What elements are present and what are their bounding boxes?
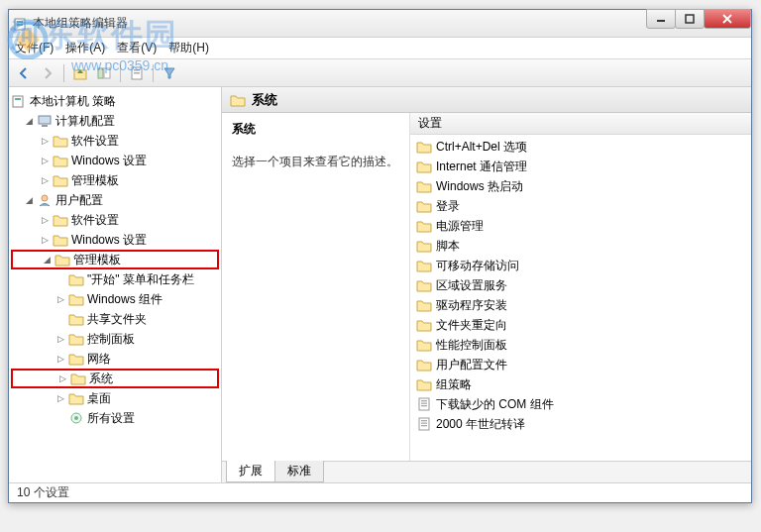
- list-item[interactable]: 组策略: [410, 374, 751, 394]
- menu-action[interactable]: 操作(A): [65, 40, 105, 56]
- column-header-setting[interactable]: 设置: [410, 113, 751, 135]
- tree-cc-software[interactable]: ▷ 软件设置: [11, 131, 219, 151]
- tab-standard[interactable]: 标准: [274, 461, 324, 482]
- svg-rect-20: [421, 400, 427, 401]
- list-item-label: 文件夹重定向: [436, 317, 507, 334]
- expand-icon[interactable]: ▷: [54, 333, 66, 345]
- tree-desktop[interactable]: ▷ 桌面: [11, 388, 219, 408]
- folder-icon: [68, 271, 84, 287]
- tree-system[interactable]: ▷ 系统: [11, 369, 219, 388]
- expand-icon[interactable]: ▷: [39, 234, 51, 246]
- expand-icon[interactable]: ▷: [39, 155, 51, 166]
- tree-label: 软件设置: [71, 212, 119, 229]
- tree-panel[interactable]: 本地计算机 策略 ◢ 计算机配置 ▷ 软件设置 ▷ Windows 设置 ▷ 管…: [9, 87, 222, 482]
- list-item[interactable]: Internet 通信管理: [410, 157, 751, 176]
- expand-icon[interactable]: ▷: [39, 214, 51, 226]
- settings-icon: [68, 410, 84, 426]
- expand-icon[interactable]: ▷: [54, 293, 66, 305]
- list-item[interactable]: 区域设置服务: [410, 275, 751, 295]
- list-item[interactable]: 可移动存储访问: [410, 256, 751, 275]
- list-item[interactable]: 2000 年世纪转译: [410, 414, 751, 434]
- list-item-label: 性能控制面板: [436, 337, 507, 354]
- tree-label: 计算机配置: [55, 113, 115, 130]
- folder-icon: [68, 311, 84, 327]
- list-item[interactable]: Ctrl+Alt+Del 选项: [410, 137, 751, 157]
- list-item[interactable]: 文件夹重定向: [410, 315, 751, 335]
- list-item-label: Windows 热启动: [436, 178, 523, 195]
- properties-button[interactable]: [126, 62, 148, 84]
- folder-icon: [416, 139, 432, 155]
- folder-icon: [416, 297, 432, 313]
- list-item[interactable]: 下载缺少的 COM 组件: [410, 394, 751, 414]
- list-item[interactable]: Windows 热启动: [410, 176, 751, 196]
- svg-rect-14: [39, 116, 51, 124]
- svg-rect-8: [104, 68, 110, 78]
- svg-rect-10: [134, 69, 140, 71]
- tree-uc-software[interactable]: ▷ 软件设置: [11, 210, 219, 230]
- svg-rect-3: [17, 24, 23, 26]
- show-hide-tree-button[interactable]: [93, 62, 115, 84]
- close-button[interactable]: [704, 9, 751, 29]
- tab-extended[interactable]: 扩展: [226, 461, 275, 482]
- toolbar-separator: [63, 64, 64, 82]
- maximize-button[interactable]: [675, 9, 705, 29]
- folder-icon: [416, 159, 432, 174]
- main-header-text: 系统: [252, 91, 277, 109]
- tree-cc-windows[interactable]: ▷ Windows 设置: [11, 151, 219, 170]
- tree-root[interactable]: 本地计算机 策略: [11, 91, 219, 111]
- filter-button[interactable]: [159, 62, 180, 84]
- tree-win-components[interactable]: ▷ Windows 组件: [11, 289, 219, 309]
- settings-list[interactable]: 设置 Ctrl+Alt+Del 选项Internet 通信管理Windows 热…: [410, 113, 751, 461]
- list-item[interactable]: 驱动程序安装: [410, 295, 751, 315]
- list-item[interactable]: 脚本: [410, 236, 751, 256]
- tree-start-taskbar[interactable]: "开始" 菜单和任务栏: [11, 269, 219, 289]
- list-item[interactable]: 登录: [410, 196, 751, 216]
- menu-view[interactable]: 查看(V): [117, 40, 157, 56]
- forward-button[interactable]: [37, 62, 58, 84]
- collapse-icon[interactable]: ◢: [41, 254, 53, 266]
- expand-icon[interactable]: ▷: [39, 135, 51, 147]
- titlebar[interactable]: 本地组策略编辑器: [9, 10, 751, 38]
- list-item-label: 电源管理: [436, 218, 484, 235]
- menubar: 文件(F) 操作(A) 查看(V) 帮助(H): [9, 38, 751, 59]
- svg-rect-13: [15, 98, 21, 100]
- back-button[interactable]: [13, 62, 35, 84]
- tree-label: 所有设置: [87, 410, 135, 427]
- minimize-button[interactable]: [646, 9, 676, 29]
- collapse-icon[interactable]: ◢: [23, 115, 35, 127]
- tree-uc-templates[interactable]: ◢ 管理模板: [11, 250, 219, 269]
- tree-user-config[interactable]: ◢ 用户配置: [11, 190, 219, 210]
- list-item[interactable]: 性能控制面板: [410, 335, 751, 355]
- tree-label: 软件设置: [71, 133, 119, 150]
- collapse-icon[interactable]: ◢: [23, 194, 35, 206]
- svg-rect-12: [13, 96, 23, 107]
- tree-control-panel[interactable]: ▷ 控制面板: [11, 329, 219, 349]
- list-item-label: 脚本: [436, 238, 460, 255]
- expand-icon[interactable]: ▷: [56, 372, 68, 384]
- list-item-label: Ctrl+Alt+Del 选项: [436, 139, 527, 156]
- tree-uc-windows[interactable]: ▷ Windows 设置: [11, 230, 219, 250]
- menu-file[interactable]: 文件(F): [15, 40, 54, 56]
- tree-label: 桌面: [87, 390, 111, 407]
- expand-icon[interactable]: ▷: [39, 174, 51, 186]
- folder-icon: [416, 376, 432, 392]
- main-panel: 系统 系统 选择一个项目来查看它的描述。 设置 Ctrl+Alt+Del 选项I…: [222, 87, 751, 482]
- expand-icon[interactable]: ▷: [54, 392, 66, 404]
- expand-icon[interactable]: ▷: [54, 353, 66, 365]
- status-text: 10 个设置: [17, 484, 69, 501]
- description-prompt: 选择一个项目来查看它的描述。: [232, 154, 399, 170]
- folder-icon: [68, 351, 84, 367]
- tree-all-settings[interactable]: 所有设置: [11, 408, 219, 428]
- folder-icon: [416, 198, 432, 214]
- menu-help[interactable]: 帮助(H): [168, 40, 209, 56]
- tree-shared-folders[interactable]: 共享文件夹: [11, 309, 219, 329]
- list-item[interactable]: 电源管理: [410, 216, 751, 236]
- folder-icon: [53, 212, 68, 228]
- tree-network[interactable]: ▷ 网络: [11, 349, 219, 369]
- folder-icon: [53, 133, 68, 149]
- up-button[interactable]: [69, 62, 91, 84]
- list-item[interactable]: 用户配置文件: [410, 355, 751, 374]
- tree-computer-config[interactable]: ◢ 计算机配置: [11, 111, 219, 131]
- tree-cc-templates[interactable]: ▷ 管理模板: [11, 170, 219, 190]
- list-item-label: 用户配置文件: [436, 357, 507, 373]
